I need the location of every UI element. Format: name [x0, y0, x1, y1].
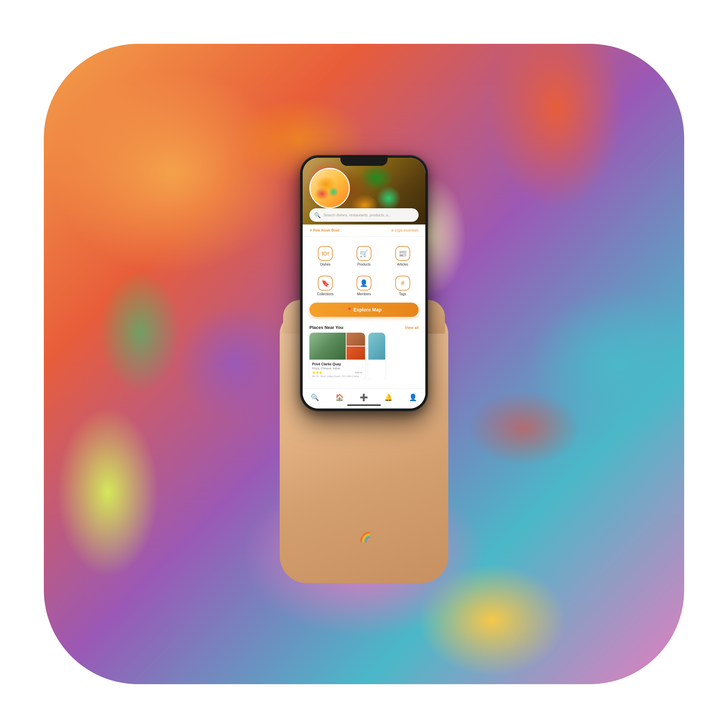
menu-item-collections[interactable]: 🔖 Collections	[306, 272, 345, 299]
phone-notch	[340, 155, 388, 166]
dishes-label: Dishes	[320, 263, 330, 266]
star-rating: ⭐⭐⭐	[312, 371, 322, 374]
nav-notifications[interactable]: 🔔	[384, 393, 393, 401]
collections-icon: 🔖	[318, 276, 333, 291]
places-header: Places Near You View all	[303, 321, 425, 333]
restaurant-name: Privé Clarke Quay	[312, 362, 362, 366]
phone-screen: 🔍 Search dishes, restaurants, products, …	[303, 158, 425, 408]
nav-search[interactable]: 🔍	[311, 393, 319, 401]
distance: 934 m	[355, 371, 362, 374]
products-icon: 🛒	[356, 246, 372, 261]
hand-container: 🌈 🔍 Search dishes, restaurants, products…	[226, 145, 502, 583]
menu-item-products[interactable]: 🛒 Products	[345, 243, 384, 270]
collections-label: Collections	[317, 292, 334, 296]
restaurant-cards-row: Privé Clarke Quay Pizza, Chinese, Italia…	[303, 333, 425, 380]
members-icon: 👤	[356, 276, 372, 291]
card-main-image	[309, 333, 346, 359]
search-bar[interactable]: 🔍 Search dishes, restaurants, products, …	[309, 208, 419, 222]
home-indicator	[347, 404, 381, 406]
phone-scene: 🌈 🔍 Search dishes, restaurants, products…	[226, 145, 502, 583]
ezgis-label[interactable]: ⊕ ezgis-essentials	[391, 228, 419, 232]
tags-label: Tags	[399, 292, 406, 296]
products-label: Products	[357, 263, 370, 266]
card-image-top	[346, 333, 365, 346]
places-section: Places Near You View all	[303, 321, 425, 388]
tags-icon: #	[395, 276, 410, 291]
card-body-1: Privé Clarke Quay Pizza, Chinese, Italia…	[309, 359, 365, 380]
search-icon: 🔍	[314, 212, 321, 219]
nav-profile[interactable]: 👤	[409, 393, 417, 401]
places-title: Places Near You	[309, 325, 343, 330]
nav-home[interactable]: 🏠	[335, 393, 344, 401]
explore-map-label: 📍 Explore Map	[346, 307, 382, 312]
restaurant-card-partial[interactable]	[369, 333, 385, 380]
menu-grid-row2: 🔖 Collections 👤 Members # Tags	[303, 272, 425, 299]
menu-item-articles[interactable]: 📰 Articles	[383, 243, 422, 270]
nav-add[interactable]: ➕	[359, 393, 368, 401]
restaurant-address: Blk 3C River Valley Road, #01-09A Clarke…	[312, 375, 362, 378]
card-side-images	[346, 333, 365, 359]
rainbow-tattoo: 🌈	[359, 532, 371, 543]
card-image-1	[309, 333, 365, 359]
menu-item-tags[interactable]: # Tags	[383, 272, 422, 299]
fruit-bowl-image	[309, 168, 350, 208]
articles-icon: 📰	[395, 246, 410, 261]
card-meta: ⭐⭐⭐ 934 m	[312, 371, 362, 374]
phone-device: 🔍 Search dishes, restaurants, products, …	[300, 155, 428, 411]
articles-label: Articles	[397, 263, 408, 266]
search-placeholder: Search dishes, restaurants, products, a.…	[324, 213, 391, 217]
menu-item-dishes[interactable]: 🍽 Dishes	[306, 243, 345, 270]
card-image-bottom	[346, 346, 365, 359]
view-all-link[interactable]: View all	[405, 326, 419, 330]
dishes-icon: 🍽	[318, 246, 333, 261]
restaurant-cuisine: Pizza, Chinese, Italian	[312, 367, 362, 370]
restaurant-card-1[interactable]: Privé Clarke Quay Pizza, Chinese, Italia…	[309, 333, 365, 380]
explore-map-button[interactable]: 📍 Explore Map	[309, 303, 419, 317]
menu-grid-row1: 🍽 Dishes 🛒 Products 📰 Articles	[303, 239, 425, 270]
pink-aloah-label[interactable]: ✕ Pink Aloah Bowl	[309, 228, 340, 232]
partial-card-image	[369, 333, 385, 359]
members-label: Members	[357, 292, 371, 296]
pink-aloah-bar[interactable]: ✕ Pink Aloah Bowl ⊕ ezgis-essentials	[303, 225, 425, 237]
menu-item-members[interactable]: 👤 Members	[345, 272, 384, 299]
outer-frame: 🌈 🔍 Search dishes, restaurants, products…	[44, 44, 684, 684]
